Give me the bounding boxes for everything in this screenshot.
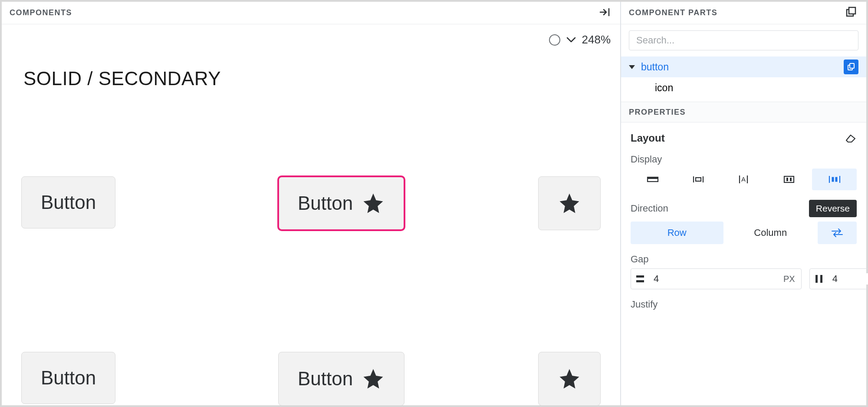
- button-label: Button: [41, 192, 96, 213]
- variant-title: SOLID / SECONDARY: [23, 68, 221, 89]
- component-parts-title: COMPONENT PARTS: [629, 8, 717, 17]
- chevron-down-icon: [566, 37, 576, 43]
- gap-label: Gap: [631, 254, 857, 265]
- components-header: COMPONENTS: [2, 2, 620, 24]
- direction-column[interactable]: Column: [724, 222, 817, 244]
- gap-col-group: PX: [809, 268, 868, 289]
- zoom-circle-icon: [549, 34, 560, 46]
- svg-rect-3: [850, 63, 854, 68]
- display-inline[interactable]: A: [721, 169, 766, 190]
- svg-rect-22: [820, 275, 822, 283]
- properties-title: PROPERTIES: [629, 108, 686, 117]
- direction-reverse-toggle[interactable]: [818, 222, 857, 244]
- sample-button-text[interactable]: Button: [21, 176, 115, 228]
- direction-options: Row Column: [631, 222, 857, 244]
- gap-field: Gap PX PX: [631, 254, 857, 289]
- gap-col-icon: [810, 274, 828, 284]
- components-panel: COMPONENTS 248% SOLID / SECONDARY Button…: [2, 2, 621, 405]
- display-inline-flex[interactable]: [812, 169, 857, 190]
- gap-row-group: PX: [631, 268, 802, 289]
- search-wrap: [621, 24, 866, 56]
- expand-panel-button[interactable]: [844, 5, 858, 21]
- components-title: COMPONENTS: [10, 8, 72, 17]
- sample-button-icon[interactable]: [538, 176, 601, 230]
- component-parts-header: COMPONENT PARTS: [621, 2, 866, 24]
- svg-rect-13: [786, 178, 788, 181]
- gap-col-input[interactable]: [828, 273, 868, 285]
- gap-row-input[interactable]: [649, 273, 777, 285]
- star-icon: [362, 192, 385, 215]
- button-label: Button: [41, 367, 96, 389]
- svg-rect-1: [849, 7, 855, 14]
- direction-head: Direction Reverse: [631, 200, 857, 217]
- tree-item-icon[interactable]: icon: [621, 77, 866, 98]
- parts-tree: button icon: [621, 56, 866, 102]
- tree-label: icon: [655, 82, 858, 94]
- display-flex[interactable]: [767, 169, 812, 190]
- properties-body: Layout Display A: [621, 122, 866, 320]
- zoom-value: 248%: [582, 33, 611, 46]
- component-parts-panel: COMPONENT PARTS button icon PROPERTIES: [621, 2, 866, 405]
- sample-button-text-icon-selected[interactable]: Button: [278, 176, 404, 230]
- svg-rect-19: [636, 275, 644, 278]
- display-block[interactable]: [631, 169, 675, 190]
- display-field: Display A: [631, 154, 857, 190]
- display-label: Display: [631, 154, 857, 165]
- gap-row-icon: [631, 275, 649, 283]
- sample-button-text[interactable]: Button: [21, 352, 115, 404]
- sample-button-icon[interactable]: [538, 352, 601, 406]
- button-label: Button: [298, 368, 353, 390]
- properties-header: PROPERTIES: [621, 102, 866, 122]
- justify-field: Justify: [631, 299, 857, 310]
- direction-label: Direction: [631, 203, 668, 214]
- button-grid: Button Button Button Button: [21, 176, 601, 406]
- reverse-button[interactable]: Reverse: [809, 200, 857, 217]
- svg-rect-18: [835, 177, 837, 182]
- star-icon: [558, 192, 581, 215]
- display-options: A: [631, 169, 857, 190]
- button-label: Button: [298, 192, 353, 214]
- direction-row[interactable]: Row: [631, 222, 723, 244]
- collapse-panel-button[interactable]: [598, 5, 612, 20]
- svg-rect-8: [696, 178, 701, 181]
- justify-label: Justify: [631, 299, 857, 310]
- chevron-down-icon: [629, 65, 635, 69]
- star-icon: [362, 367, 385, 390]
- svg-rect-21: [815, 275, 818, 283]
- zoom-control[interactable]: 248%: [549, 33, 611, 46]
- tree-item-button[interactable]: button: [621, 56, 866, 77]
- svg-rect-5: [648, 177, 658, 179]
- reset-button[interactable]: [845, 132, 857, 144]
- svg-text:A: A: [741, 175, 746, 183]
- layout-section-head: Layout: [631, 132, 857, 144]
- svg-rect-14: [790, 178, 792, 181]
- svg-rect-12: [784, 176, 794, 182]
- search-input[interactable]: [629, 30, 858, 50]
- tree-label: button: [641, 61, 838, 73]
- canvas[interactable]: 248% SOLID / SECONDARY Button Button: [2, 24, 620, 405]
- gap-row-unit: PX: [777, 274, 801, 284]
- layout-section-title: Layout: [631, 132, 665, 144]
- sample-button-text-icon[interactable]: Button: [278, 352, 404, 406]
- display-inline-block[interactable]: [676, 169, 721, 190]
- direction-field: Direction Reverse Row Column: [631, 200, 857, 244]
- svg-rect-20: [636, 280, 644, 282]
- gap-row: PX PX: [631, 268, 857, 289]
- star-icon: [558, 367, 581, 390]
- svg-rect-17: [832, 177, 834, 182]
- copy-button[interactable]: [844, 60, 858, 74]
